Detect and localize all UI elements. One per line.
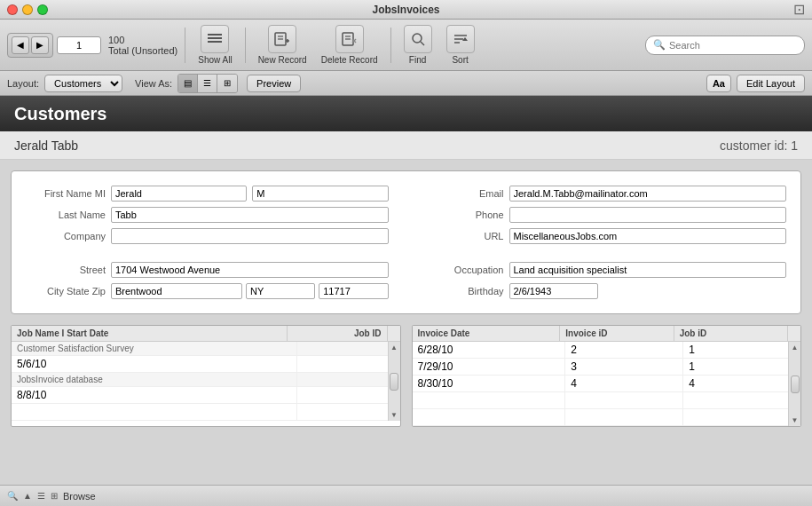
url-label: URL bbox=[424, 231, 504, 241]
resize-icon[interactable]: ⊡ bbox=[793, 1, 805, 18]
job-group-id bbox=[297, 342, 399, 355]
separator-1 bbox=[185, 28, 185, 63]
first-name-mi-input[interactable] bbox=[252, 186, 388, 202]
invoice-id: 2 bbox=[565, 342, 683, 358]
last-name-row: Last Name bbox=[26, 207, 389, 223]
invoices-scrollbar[interactable]: ▲ ▼ bbox=[788, 342, 800, 426]
birthday-row: Birthday bbox=[424, 283, 787, 299]
scroll-thumb[interactable] bbox=[390, 373, 398, 391]
scroll-down-arrow[interactable]: ▼ bbox=[390, 411, 398, 419]
scroll-up-arrow[interactable]: ▲ bbox=[390, 344, 398, 352]
total-subtitle: Total (Unsorted) bbox=[108, 45, 177, 56]
record-counter[interactable]: 1 bbox=[57, 36, 101, 54]
job-row-id: 4 bbox=[297, 387, 399, 403]
record-header: Jerald Tabb customer id: 1 bbox=[0, 131, 812, 160]
city-input[interactable] bbox=[111, 283, 242, 299]
birthday-input[interactable] bbox=[509, 283, 598, 299]
svg-rect-2 bbox=[208, 41, 222, 43]
layout-bar: Layout: Customers View As: ▤ ☰ ⊞ Preview… bbox=[0, 71, 812, 96]
svg-point-13 bbox=[413, 34, 422, 43]
new-record-button[interactable]: New Record bbox=[253, 23, 312, 67]
left-form-section: First Name MI Last Name Company Street C… bbox=[26, 186, 389, 299]
separator-2 bbox=[245, 28, 246, 63]
find-label: Find bbox=[409, 55, 426, 65]
jobs-table-body[interactable]: Customer Satisfaction Survey 5/6/10 1 Jo… bbox=[12, 342, 400, 421]
phone-input[interactable] bbox=[509, 207, 787, 223]
view-list-button[interactable]: ☰ bbox=[198, 75, 217, 92]
state-input[interactable] bbox=[246, 283, 315, 299]
aa-button[interactable]: Aa bbox=[706, 75, 731, 92]
phone-row: Phone bbox=[424, 207, 787, 223]
table-row: 7/29/10 3 1 bbox=[413, 359, 801, 376]
search-input[interactable] bbox=[669, 40, 797, 51]
jobs-table-header: Job Name I Start Date Job ID bbox=[12, 326, 400, 342]
jobs-scrollbar[interactable]: ▲ ▼ bbox=[388, 342, 400, 421]
invoice-empty bbox=[413, 392, 566, 408]
scroll-thumb[interactable] bbox=[791, 376, 800, 393]
city-state-zip-label: City State Zip bbox=[26, 286, 106, 296]
title-bar: JobsInvoices ⊡ bbox=[0, 0, 812, 20]
invoices-col2-header: Invoice iD bbox=[560, 326, 674, 341]
table-row: 6/28/10 2 1 bbox=[413, 342, 801, 359]
nav-area: ◀ ▶ bbox=[7, 33, 53, 58]
new-record-icon bbox=[268, 25, 296, 53]
job-group-id bbox=[297, 373, 399, 386]
scroll-up-arrow[interactable]: ▲ bbox=[792, 344, 799, 352]
invoices-table-body[interactable]: 6/28/10 2 1 7/29/10 3 1 8/30/10 4 4 bbox=[413, 342, 801, 426]
separator-3 bbox=[390, 28, 391, 63]
table-row bbox=[12, 404, 400, 421]
job-group-name: JobsInvoice database bbox=[12, 373, 297, 386]
nav-back-button[interactable]: ◀ bbox=[12, 36, 29, 54]
show-all-icon bbox=[201, 25, 229, 53]
sort-button[interactable]: Sort bbox=[441, 23, 480, 67]
invoice-job-id: 1 bbox=[683, 359, 800, 375]
delete-record-button[interactable]: Delete Record bbox=[316, 23, 383, 67]
url-input[interactable] bbox=[509, 228, 787, 244]
window-controls[interactable] bbox=[7, 4, 48, 15]
status-zoom-icon: 🔍 bbox=[7, 491, 18, 501]
scroll-down-arrow[interactable]: ▼ bbox=[792, 416, 799, 424]
find-button[interactable]: Find bbox=[398, 23, 438, 67]
view-table-button[interactable]: ⊞ bbox=[217, 75, 237, 92]
layout-select[interactable]: Customers bbox=[44, 75, 122, 92]
invoices-col1-header: Invoice Date bbox=[413, 326, 561, 341]
preview-button[interactable]: Preview bbox=[247, 75, 301, 92]
record-number: 1 bbox=[76, 40, 82, 51]
status-view-icon: ⊞ bbox=[51, 491, 58, 501]
nav-forward-button[interactable]: ▶ bbox=[31, 36, 49, 54]
occupation-row: Occupation bbox=[424, 262, 787, 278]
table-row: 5/6/10 1 bbox=[12, 356, 400, 373]
first-name-row: First Name MI bbox=[26, 186, 389, 202]
last-name-input[interactable] bbox=[111, 207, 389, 223]
maximize-button[interactable] bbox=[37, 4, 48, 15]
zip-input[interactable] bbox=[319, 283, 388, 299]
job-empty-row bbox=[12, 404, 297, 420]
email-input[interactable] bbox=[509, 186, 787, 202]
sort-icon bbox=[446, 25, 475, 53]
table-row: 8/30/10 4 4 bbox=[413, 376, 801, 392]
right-form-section: Email Phone URL Occupation Birthday bbox=[424, 186, 787, 299]
first-name-input[interactable] bbox=[111, 186, 247, 202]
job-row-id: 1 bbox=[297, 356, 399, 372]
status-bar: 🔍 ▲ ☰ ⊞ Browse bbox=[0, 485, 812, 506]
search-icon: 🔍 bbox=[653, 39, 666, 51]
show-all-button[interactable]: Show All bbox=[193, 23, 237, 67]
occupation-label: Occupation bbox=[424, 265, 504, 275]
invoice-date: 7/29/10 bbox=[413, 359, 566, 375]
minimize-button[interactable] bbox=[22, 4, 33, 15]
occupation-input[interactable] bbox=[509, 262, 787, 278]
view-form-button[interactable]: ▤ bbox=[178, 75, 198, 92]
email-row: Email bbox=[424, 186, 787, 202]
edit-layout-button[interactable]: Edit Layout bbox=[737, 75, 805, 92]
toolbar: ◀ ▶ 1 100 Total (Unsorted) Show All bbox=[0, 20, 812, 71]
company-input[interactable] bbox=[111, 228, 389, 244]
jobs-table: Job Name I Start Date Job ID Customer Sa… bbox=[11, 325, 401, 427]
street-label: Street bbox=[26, 265, 106, 275]
status-page-icon: ☰ bbox=[37, 491, 45, 501]
search-box[interactable]: 🔍 bbox=[645, 36, 805, 55]
job-row-name: 5/6/10 bbox=[12, 356, 297, 372]
table-row: Customer Satisfaction Survey bbox=[12, 342, 400, 356]
svg-line-14 bbox=[421, 42, 424, 45]
street-input[interactable] bbox=[111, 262, 389, 278]
close-button[interactable] bbox=[7, 4, 18, 15]
